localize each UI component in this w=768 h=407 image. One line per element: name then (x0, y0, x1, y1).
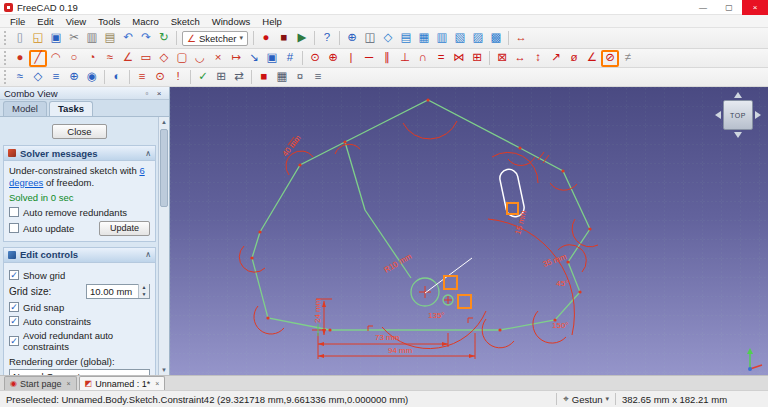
constraint-symmetric-icon[interactable]: ⋈ (450, 50, 468, 67)
select-elements-constraints-icon[interactable]: ≡ (133, 69, 151, 86)
rear-view-icon[interactable]: ▧ (451, 30, 469, 47)
trim-edge-icon[interactable]: × (209, 50, 227, 67)
redo-icon[interactable]: ↷ (137, 30, 155, 47)
macro-execute-icon[interactable]: ▶ (293, 30, 311, 47)
toolbar-grip[interactable] (4, 70, 8, 84)
show-grid-checkbox[interactable]: ✓ (9, 270, 19, 280)
dimension-label[interactable]: 94 mm (388, 346, 413, 355)
collapse-icon[interactable]: ∧ (145, 250, 151, 259)
float-panel-icon[interactable]: ▫ (141, 89, 153, 98)
menu-item-tools[interactable]: Tools (92, 15, 126, 28)
workbench-selector[interactable]: ∠Sketcher▾ (182, 31, 248, 46)
3d-viewport[interactable]: 73 mm94 mm24 mm40 mm15 mm35 mm45°150°135… (170, 87, 768, 375)
create-bspline-icon[interactable]: ≈ (101, 50, 119, 67)
create-line-icon[interactable]: ╱ (29, 50, 47, 67)
dimension-label[interactable]: 24 mm (313, 298, 322, 323)
open-document-icon[interactable]: ◱ (29, 30, 47, 47)
toggle-construction-icon[interactable]: # (281, 50, 299, 67)
tab-tasks[interactable]: Tasks (49, 101, 93, 116)
scroll-down-icon[interactable]: ▼ (159, 365, 169, 375)
isometric-view-icon[interactable]: ◇ (379, 30, 397, 47)
constraint-diameter-icon[interactable]: ø (565, 50, 583, 67)
macro-record-icon[interactable]: ● (257, 30, 275, 47)
cube-arrow-up-icon[interactable] (734, 92, 742, 98)
dimension-label[interactable]: 73 mm (375, 333, 400, 342)
auto-constraints-checkbox[interactable]: ✓ (9, 316, 19, 326)
rendering-order-item[interactable]: Normal Geometry (10, 370, 149, 375)
grid-snap-checkbox[interactable]: ✓ (9, 302, 19, 312)
create-fillet-icon[interactable]: ◡ (191, 50, 209, 67)
front-view-icon[interactable]: ▤ (397, 30, 415, 47)
cube-arrow-right-icon[interactable] (755, 111, 761, 119)
constraint-distance-icon[interactable]: ↗ (547, 50, 565, 67)
paste-icon[interactable]: ▤ (101, 30, 119, 47)
create-conic-icon[interactable]: ◔ (83, 50, 101, 67)
cube-top-face[interactable]: TOP (723, 100, 753, 130)
dimension-label[interactable]: 150° (552, 321, 569, 330)
constraint-vertical-icon[interactable]: | (342, 50, 360, 67)
grid-settings-icon[interactable]: ▦ (273, 69, 291, 86)
left-view-icon[interactable]: ▩ (487, 30, 505, 47)
close-window-button[interactable]: × (742, 0, 768, 15)
constraint-point-on-object-icon[interactable]: ⊕ (324, 50, 342, 67)
spin-up-icon[interactable]: ▲ (139, 284, 149, 291)
bottom-view-icon[interactable]: ▨ (469, 30, 487, 47)
update-button[interactable]: Update (99, 221, 150, 236)
rendering-order-list[interactable]: Normal GeometryConstruction GeometryExte… (9, 369, 150, 375)
top-view-icon[interactable]: ▦ (415, 30, 433, 47)
rendering-order-icon[interactable]: ≡ (309, 69, 327, 86)
create-point-icon[interactable]: ● (11, 50, 29, 67)
bspline-curvature-comb-icon[interactable]: ≡ (47, 69, 65, 86)
constraint-distance-x-icon[interactable]: ↔ (511, 50, 529, 67)
mirror-sketch-icon[interactable]: ⇄ (230, 69, 248, 86)
avoid-redundant-checkbox[interactable]: ✓ (9, 336, 19, 346)
fit-all-icon[interactable]: ⊕ (343, 30, 361, 47)
constraint-parallel-icon[interactable]: ∥ (378, 50, 396, 67)
draw-style-icon[interactable]: ◫ (361, 30, 379, 47)
menu-item-file[interactable]: File (4, 15, 31, 28)
collapse-icon[interactable]: ∧ (145, 149, 151, 158)
maximize-button[interactable]: ▢ (716, 0, 742, 15)
create-circle-icon[interactable]: ○ (65, 50, 83, 67)
menu-item-edit[interactable]: Edit (31, 15, 59, 28)
new-document-icon[interactable]: ▯ (11, 30, 29, 47)
save-icon[interactable]: ▣ (47, 30, 65, 47)
scrollbar-thumb[interactable] (160, 129, 168, 207)
refresh-icon[interactable]: ↻ (155, 30, 173, 47)
bspline-show-weight-icon[interactable]: ◉ (83, 69, 101, 86)
snap-settings-icon[interactable]: ¤ (291, 69, 309, 86)
bspline-show-degree-icon[interactable]: ≈ (11, 69, 29, 86)
constraint-horizontal-icon[interactable]: ─ (360, 50, 378, 67)
dimension-label[interactable]: 135° (428, 311, 445, 320)
toggle-active-constraint-icon[interactable]: ≠ (619, 50, 637, 67)
toggle-driving-constraint-icon[interactable]: ⊘ (601, 50, 619, 67)
grid-size-value[interactable]: 10.00 mm (87, 286, 138, 297)
auto-remove-redundants-checkbox[interactable] (9, 207, 19, 217)
scroll-up-icon[interactable]: ▲ (159, 117, 169, 127)
constraint-lock-icon[interactable]: ⊠ (493, 50, 511, 67)
close-task-button[interactable]: Close (52, 124, 106, 139)
edit-controls-header[interactable]: Edit controls ∧ (4, 248, 155, 263)
undo-icon[interactable]: ↶ (119, 30, 137, 47)
bspline-show-knots-icon[interactable]: ⊕ (65, 69, 83, 86)
solver-messages-header[interactable]: Solver messages ∧ (4, 146, 155, 161)
validate-sketch-icon[interactable]: ✓ (194, 69, 212, 86)
stop-operation-icon[interactable]: ■ (255, 69, 273, 86)
external-geometry-icon[interactable]: ↘ (245, 50, 263, 67)
grid-size-spinbox[interactable]: 10.00 mm ▲▼ (86, 284, 150, 299)
copy-icon[interactable]: ▥ (83, 30, 101, 47)
merge-sketches-icon[interactable]: ⊞ (212, 69, 230, 86)
menu-item-sketch[interactable]: Sketch (165, 15, 206, 28)
menu-item-macro[interactable]: Macro (126, 15, 164, 28)
select-redundant-constraints-icon[interactable]: ⊙ (151, 69, 169, 86)
create-rectangle-icon[interactable]: ▭ (137, 50, 155, 67)
close-tab-icon[interactable]: × (155, 380, 159, 387)
navigation-style-selector[interactable]: ⌖ Gestun ▾ (563, 393, 609, 405)
create-polygon-icon[interactable]: ◇ (155, 50, 173, 67)
select-conflicting-constraints-icon[interactable]: ! (169, 69, 187, 86)
create-polyline-icon[interactable]: ∠ (119, 50, 137, 67)
toolbar-grip[interactable] (4, 51, 8, 65)
whatsthis-icon[interactable]: ? (318, 30, 336, 47)
carbon-copy-icon[interactable]: ▣ (263, 50, 281, 67)
menu-item-help[interactable]: Help (256, 15, 288, 28)
